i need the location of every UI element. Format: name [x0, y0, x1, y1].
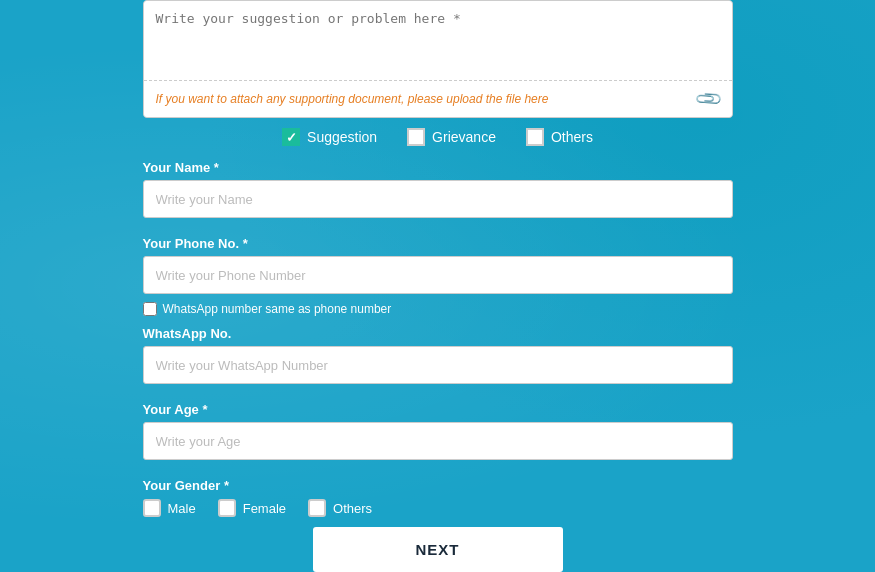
- suggestion-box: If you want to attach any supporting doc…: [143, 0, 733, 118]
- upload-row: If you want to attach any supporting doc…: [144, 80, 732, 117]
- upload-text: If you want to attach any supporting doc…: [156, 92, 549, 106]
- whatsapp-section: WhatsApp No.: [143, 326, 733, 392]
- checkbox-grievance-box[interactable]: [407, 128, 425, 146]
- gender-others-box[interactable]: [308, 499, 326, 517]
- gender-row: Male Female Others: [143, 499, 733, 517]
- checkbox-suggestion-label: Suggestion: [307, 129, 377, 145]
- whatsapp-same-row: WhatsApp number same as phone number: [143, 302, 733, 316]
- gender-male-label: Male: [168, 501, 196, 516]
- age-section: Your Age *: [143, 402, 733, 468]
- next-button[interactable]: NEXT: [313, 527, 563, 572]
- next-button-container: NEXT: [143, 527, 733, 572]
- name-label: Your Name *: [143, 160, 733, 175]
- gender-male[interactable]: Male: [143, 499, 196, 517]
- checkbox-suggestion[interactable]: Suggestion: [282, 128, 377, 146]
- gender-female[interactable]: Female: [218, 499, 286, 517]
- gender-female-label: Female: [243, 501, 286, 516]
- whatsapp-label: WhatsApp No.: [143, 326, 733, 341]
- phone-section: Your Phone No. * WhatsApp number same as…: [143, 236, 733, 316]
- whatsapp-same-checkbox[interactable]: [143, 302, 157, 316]
- form-container: If you want to attach any supporting doc…: [143, 0, 733, 572]
- name-input[interactable]: [143, 180, 733, 218]
- checkbox-others-box[interactable]: [526, 128, 544, 146]
- gender-others[interactable]: Others: [308, 499, 372, 517]
- whatsapp-input[interactable]: [143, 346, 733, 384]
- name-section: Your Name *: [143, 160, 733, 226]
- checkbox-grievance[interactable]: Grievance: [407, 128, 496, 146]
- gender-male-box[interactable]: [143, 499, 161, 517]
- checkbox-row: Suggestion Grievance Others: [143, 128, 733, 146]
- suggestion-textarea[interactable]: [144, 1, 732, 76]
- phone-input[interactable]: [143, 256, 733, 294]
- checkbox-others-label: Others: [551, 129, 593, 145]
- gender-female-box[interactable]: [218, 499, 236, 517]
- phone-label: Your Phone No. *: [143, 236, 733, 251]
- age-input[interactable]: [143, 422, 733, 460]
- checkbox-others[interactable]: Others: [526, 128, 593, 146]
- age-label: Your Age *: [143, 402, 733, 417]
- whatsapp-same-label: WhatsApp number same as phone number: [163, 302, 392, 316]
- gender-section: Your Gender * Male Female Others: [143, 478, 733, 517]
- gender-others-label: Others: [333, 501, 372, 516]
- checkbox-suggestion-box[interactable]: [282, 128, 300, 146]
- gender-label: Your Gender *: [143, 478, 733, 493]
- checkbox-grievance-label: Grievance: [432, 129, 496, 145]
- paperclip-icon[interactable]: 📎: [693, 83, 724, 114]
